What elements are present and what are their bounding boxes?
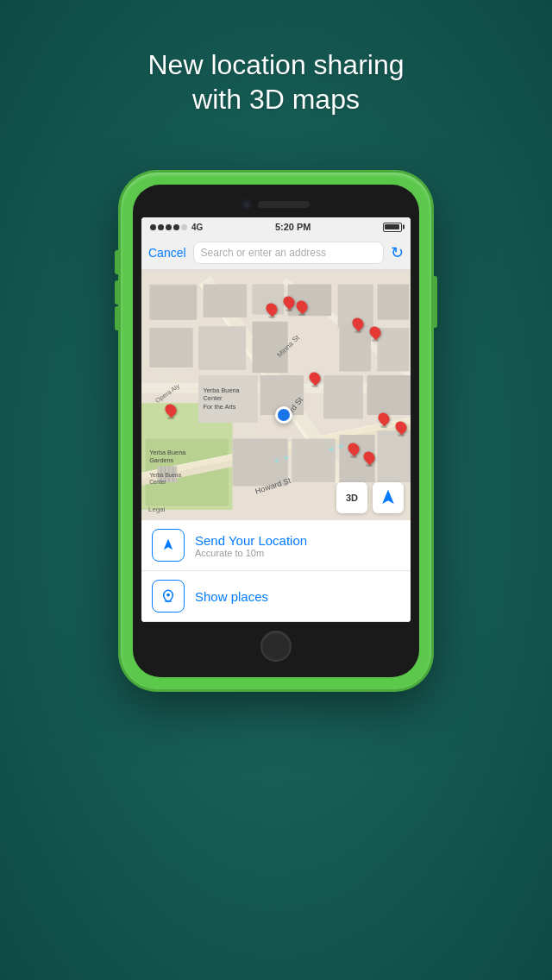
map-pin-5	[370, 326, 380, 342]
svg-text:Center: Center	[204, 394, 223, 402]
show-places-text: Show places	[195, 589, 400, 604]
send-location-title: Send Your Location	[195, 533, 400, 548]
camera-icon	[242, 200, 251, 209]
show-places-item[interactable]: Show places	[141, 571, 411, 622]
map-pin-11	[364, 451, 374, 467]
svg-point-50	[166, 594, 170, 597]
svg-text:Yerba Buena: Yerba Buena	[149, 472, 181, 478]
map-pin-3	[297, 300, 307, 316]
svg-rect-13	[151, 286, 197, 319]
search-bar-row: Cancel Search or enter an address ↻	[141, 236, 411, 270]
search-input[interactable]: Search or enter an address	[193, 242, 384, 264]
svg-text:For the Arts: For the Arts	[204, 403, 236, 411]
battery-icon	[383, 223, 402, 232]
signal-area: 4G	[150, 223, 203, 232]
show-places-title: Show places	[195, 589, 400, 604]
signal-dot-2	[158, 224, 164, 230]
show-places-icon	[160, 588, 176, 604]
speaker	[258, 201, 310, 208]
cancel-button[interactable]: Cancel	[148, 246, 186, 260]
refresh-icon[interactable]: ↻	[391, 243, 404, 262]
network-label: 4G	[191, 223, 203, 232]
svg-rect-20	[198, 326, 246, 369]
3d-button[interactable]: 3D	[336, 482, 367, 513]
main-title: New location sharing with 3D maps	[0, 47, 552, 116]
phone-top-bar	[141, 200, 411, 217]
svg-text:Center: Center	[149, 479, 166, 485]
send-location-text: Send Your Location Accurate to 10m	[195, 533, 400, 558]
phone-inner: 4G 5:20 PM Cancel Search or enter an add…	[133, 185, 419, 677]
svg-rect-31	[377, 430, 411, 482]
map-controls: 3D	[336, 482, 404, 513]
current-location-dot	[275, 406, 292, 424]
phone-bottom	[141, 622, 411, 662]
location-arrow-icon	[380, 490, 396, 506]
signal-dot-5	[181, 224, 187, 230]
svg-rect-19	[149, 328, 192, 368]
map-pin-8	[379, 412, 389, 428]
map-pin-10	[348, 443, 359, 458]
svg-rect-26	[323, 375, 363, 418]
svg-rect-18	[377, 285, 409, 320]
send-location-icon-box	[152, 529, 185, 562]
map-pin-2	[284, 296, 294, 311]
svg-rect-23	[377, 328, 409, 371]
svg-text:Gardens: Gardens	[149, 456, 173, 464]
map-area[interactable]: ◄ ◄ ► ► Minna St 3rd St Opera Aly Howard…	[141, 270, 411, 520]
show-places-icon-box	[152, 580, 185, 612]
title-section: New location sharing with 3D maps	[0, 47, 552, 116]
svg-text:Yerba Buena: Yerba Buena	[204, 386, 241, 394]
signal-dot-1	[150, 224, 156, 230]
signal-dot-4	[173, 224, 179, 230]
signal-dot-3	[166, 224, 172, 230]
screen: 4G 5:20 PM Cancel Search or enter an add…	[141, 217, 411, 622]
map-pin-4	[353, 317, 363, 333]
status-time: 5:20 PM	[275, 222, 311, 232]
map-pin-7	[166, 404, 176, 419]
send-location-icon	[160, 537, 176, 553]
map-pin-6	[310, 372, 320, 387]
svg-rect-27	[367, 375, 411, 415]
send-location-subtitle: Accurate to 10m	[195, 548, 400, 558]
battery-fill	[385, 224, 399, 229]
map-pin-1	[267, 303, 277, 318]
actions-area: Send Your Location Accurate to 10m	[141, 520, 411, 622]
phone: 4G 5:20 PM Cancel Search or enter an add…	[121, 173, 431, 689]
svg-text:Yerba Buena: Yerba Buena	[149, 449, 186, 456]
send-location-item[interactable]: Send Your Location Accurate to 10m	[141, 520, 411, 571]
phone-outer: 4G 5:20 PM Cancel Search or enter an add…	[121, 173, 431, 689]
status-bar: 4G 5:20 PM	[141, 217, 411, 236]
svg-rect-14	[204, 285, 247, 318]
location-button[interactable]	[373, 482, 404, 513]
legal-text: Legal	[148, 506, 166, 513]
battery-body	[383, 223, 402, 232]
home-button[interactable]	[260, 631, 292, 662]
map-pin-9	[396, 421, 406, 437]
